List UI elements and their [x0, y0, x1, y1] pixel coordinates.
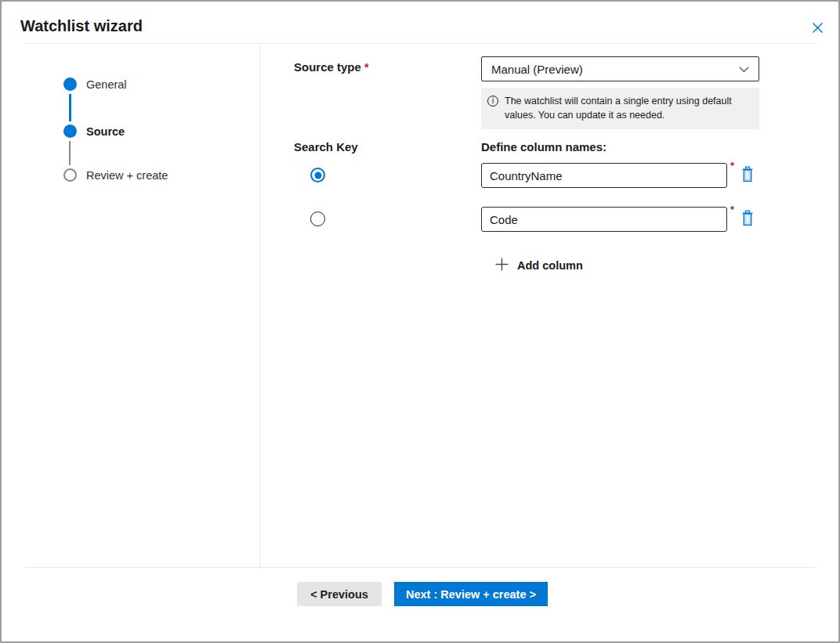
plus-icon [495, 258, 509, 273]
source-type-label: Source type* [294, 60, 368, 74]
search-key-radio-selected[interactable] [310, 168, 325, 182]
required-asterisk: * [730, 204, 734, 215]
close-icon [812, 22, 824, 36]
source-type-dropdown[interactable]: Manual (Preview) [481, 56, 759, 81]
stepper-step-label: General [86, 78, 127, 91]
required-asterisk: * [364, 61, 368, 74]
stepper-step-label: Source [86, 125, 125, 138]
stepper-step-general[interactable]: General [63, 78, 127, 91]
search-key-label: Search Key [294, 140, 358, 154]
stepper-divider [259, 43, 260, 567]
add-column-label: Add column [517, 259, 583, 272]
trash-icon [740, 174, 755, 186]
step-completed-icon [63, 78, 77, 91]
previous-button[interactable]: < Previous [297, 582, 382, 606]
info-text: The watchlist will contain a single entr… [505, 94, 750, 122]
column-name-input-2[interactable] [481, 207, 727, 232]
search-key-radio-unselected[interactable] [310, 211, 325, 226]
stepper-step-label: Review + create [86, 169, 168, 182]
close-button[interactable] [808, 20, 827, 38]
source-type-info-box: i The watchlist will contain a single en… [481, 88, 759, 129]
next-review-create-button[interactable]: Next : Review + create > [394, 582, 548, 606]
define-column-names-label: Define column names: [481, 140, 606, 154]
add-column-button[interactable]: Add column [495, 258, 583, 273]
required-asterisk: * [730, 160, 734, 172]
source-type-selected-value: Manual (Preview) [491, 63, 583, 76]
trash-icon [740, 218, 755, 229]
title-divider [25, 43, 816, 44]
chevron-down-icon [739, 62, 749, 76]
footer-divider [25, 567, 816, 568]
step-current-icon [63, 125, 77, 138]
column-name-input-1[interactable] [481, 163, 727, 188]
stepper-connector-inactive [69, 141, 71, 165]
delete-column-button-1[interactable] [739, 166, 756, 185]
watchlist-wizard-dialog: Watchlist wizard General Source Review +… [0, 0, 840, 643]
delete-column-button-2[interactable] [739, 210, 756, 229]
step-upcoming-icon [63, 168, 77, 182]
info-icon: i [487, 96, 498, 107]
stepper-connector-active [69, 94, 71, 121]
page-title: Watchlist wizard [20, 17, 143, 35]
stepper-step-source[interactable]: Source [63, 125, 125, 138]
stepper-step-review-create[interactable]: Review + create [63, 168, 168, 182]
